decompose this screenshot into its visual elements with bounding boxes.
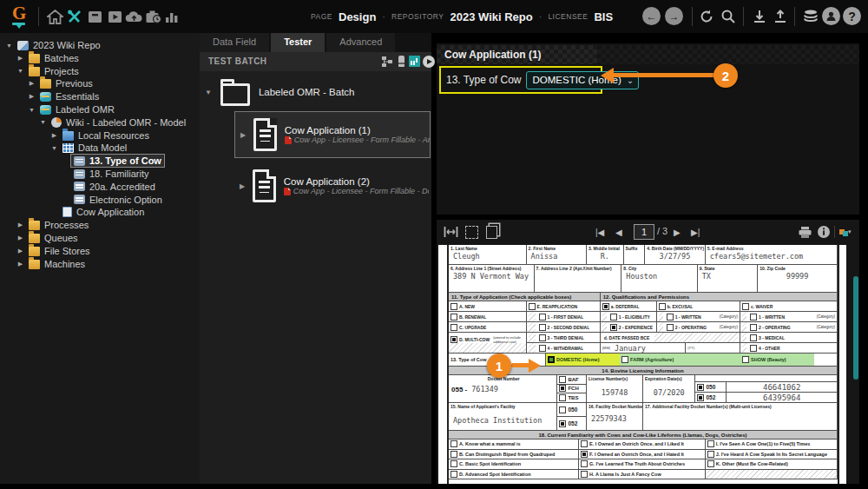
form-checkbox-item: 2 - OPERATING(Category) <box>740 322 838 333</box>
sidebar-item-machines[interactable]: ▶Machines <box>0 258 215 270</box>
tools-icon[interactable] <box>65 7 84 26</box>
layout-icon[interactable]: ▾ <box>839 225 852 239</box>
form-checkbox-item: B. RENEWAL <box>449 312 527 322</box>
batches-icon[interactable] <box>85 7 104 26</box>
tab-bar: Data FieldTesterAdvanced <box>200 33 431 52</box>
next-page-icon[interactable]: ▶ <box>674 225 681 239</box>
form-checkbox-item: 1 - FIRST DENIAL <box>527 312 601 322</box>
batch-process-icon[interactable] <box>105 7 124 26</box>
sidebar-item-queues[interactable]: ▶Queues <box>0 232 215 244</box>
tab-data-field[interactable]: Data Field <box>200 33 269 52</box>
select-region-icon[interactable] <box>465 225 478 239</box>
tree-label: Projects <box>44 66 79 76</box>
tree-label: Local Resources <box>78 130 149 141</box>
form-cell-value: Houston <box>621 271 696 281</box>
sidebar-item-previous[interactable]: ▶Previous <box>0 77 227 89</box>
form-cell: 15. Name of Applicant's FacilityApotheca… <box>449 403 557 431</box>
search-icon[interactable] <box>719 7 738 26</box>
form-checkbox-label: 2 - OPERATING <box>759 325 791 330</box>
context-info: PAGE Design · REPOSITORY 2023 Wiki Repo … <box>311 0 613 33</box>
fit-width-icon[interactable] <box>444 225 458 239</box>
batch-folder-row[interactable]: ▼Labeled OMR - Batch <box>205 78 355 106</box>
form-checkbox-label: 3 - MEDICAL <box>759 335 785 340</box>
hatch-pad <box>742 322 746 332</box>
licensee-value[interactable]: BIS <box>594 10 613 23</box>
page-number-input[interactable]: 1 <box>634 224 654 240</box>
run-test-icon[interactable] <box>422 55 435 68</box>
refresh-icon[interactable] <box>697 7 716 26</box>
form-checkbox-item: 2 - EXPERIENCE <box>601 322 657 333</box>
tree-label: Batches <box>44 53 79 63</box>
repository-label: REPOSITORY <box>391 12 444 21</box>
form-cell-value: TX <box>698 271 757 281</box>
tree-item-box: Queues <box>25 231 82 245</box>
form-cell-label: 9. State <box>698 265 757 271</box>
cloud-upload-icon[interactable] <box>124 7 143 26</box>
page-value[interactable]: Design <box>339 10 376 23</box>
form-checkbox-label: TBS <box>568 395 578 400</box>
grooper-logo[interactable]: G <box>12 3 26 24</box>
checkbox-icon <box>450 451 457 458</box>
checkbox-icon <box>559 406 566 413</box>
hatch-pad <box>529 322 536 332</box>
batch-item-cow-application-2[interactable]: ▶Cow Application (2)Cow App - Licensee -… <box>234 163 429 208</box>
checkbox-icon <box>559 376 566 383</box>
sidebar-item-2023-wiki-repo[interactable]: ▼2023 Wiki Repo <box>0 39 204 51</box>
form-checkbox-label: BAF <box>568 377 578 382</box>
first-page-icon[interactable]: |◀ <box>595 225 604 239</box>
print-icon[interactable] <box>798 225 812 239</box>
forward-icon[interactable]: → <box>665 7 683 25</box>
sidebar-item-projects[interactable]: ▼Projects <box>0 65 215 77</box>
form-checkbox-label: FARM (Agriculture) <box>630 357 674 362</box>
checkbox-icon <box>581 471 588 478</box>
folder-icon <box>40 79 51 89</box>
callout-2-badge: 2 <box>713 63 738 88</box>
sidebar-item-file-stores[interactable]: ▶File Stores <box>0 245 215 257</box>
pdf-icon <box>285 136 292 144</box>
batch-item-cow-application-1[interactable]: ▶Cow Application (1)Cow App - Licensee -… <box>234 111 431 158</box>
tree-item-box: Processes <box>25 218 92 232</box>
user-icon[interactable] <box>822 7 840 25</box>
stats-toggle-icon[interactable] <box>408 55 421 68</box>
tab-tester[interactable]: Tester <box>271 33 325 52</box>
upload-icon[interactable] <box>771 7 790 26</box>
eraser-icon[interactable] <box>395 55 408 68</box>
tree-expand-arrow: ▶ <box>16 55 25 62</box>
prev-page-icon[interactable]: ◀ <box>615 225 622 239</box>
home-icon[interactable] <box>45 7 64 26</box>
download-icon[interactable] <box>750 7 769 26</box>
sidebar-item-labeled-omr[interactable]: ▼Labeled OMR <box>0 103 227 116</box>
page-label: PAGE <box>311 12 332 21</box>
info-icon[interactable] <box>817 225 831 239</box>
sidebar-item-essentials[interactable]: ▶Essentials <box>0 90 227 102</box>
sidebar-item-batches[interactable]: ▶Batches <box>0 52 215 64</box>
sidebar-item-processes[interactable]: ▶Processes <box>0 219 215 231</box>
back-icon[interactable]: ← <box>642 7 661 25</box>
batch-item-text: Cow Application (2)Cow App - Licensee - … <box>284 176 429 195</box>
form-checkbox-item: E. REAPPLICATION <box>527 301 601 312</box>
table-icon <box>62 143 74 153</box>
checkbox-icon <box>667 314 674 320</box>
form-checkbox-item: D. Advanced Spot Identification <box>449 470 579 480</box>
form-cell: 16. Facility Docket Number22579343 <box>587 403 643 431</box>
tree-label: Data Model <box>78 142 127 153</box>
form-checkbox-item: 3 - MEDICAL <box>740 333 838 343</box>
last-page-icon[interactable]: ▶| <box>691 225 700 239</box>
database-icon[interactable] <box>801 7 820 26</box>
stats-icon[interactable] <box>162 7 181 26</box>
tree-item-box: File Stores <box>25 244 94 258</box>
form-cell: 2. First NameAnissa <box>527 245 587 265</box>
form-date-passed-row: d. DATE PASSED BCE <box>601 333 740 343</box>
checkbox-icon <box>750 334 757 341</box>
form-facility-header: Facility Docket Number (Separate multipl… <box>695 375 838 382</box>
jobs-icon[interactable] <box>144 7 163 26</box>
tree-expand-arrow: ▶ <box>240 131 246 139</box>
hierarchy-icon[interactable] <box>380 55 393 68</box>
hatch-pad <box>654 333 738 342</box>
pages-icon[interactable] <box>486 225 497 239</box>
tree-expand-arrow: ▶ <box>16 248 25 254</box>
tab-advanced[interactable]: Advanced <box>326 33 395 52</box>
help-icon[interactable]: ? <box>843 7 861 25</box>
repository-value[interactable]: 2023 Wiki Repo <box>450 10 532 23</box>
viewer-scrollbar[interactable] <box>853 276 858 380</box>
